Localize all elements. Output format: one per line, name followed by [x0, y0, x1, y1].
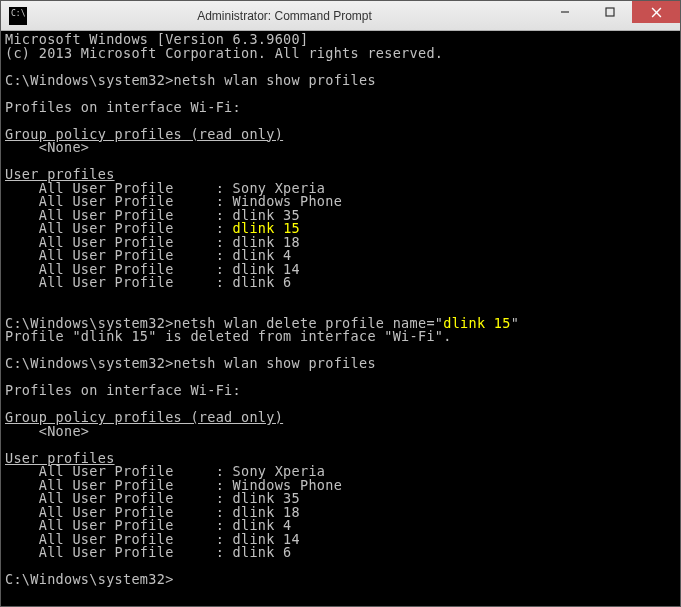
window-controls: [542, 1, 680, 30]
section-header: Group policy profiles (read only): [5, 128, 676, 142]
command-line: C:\Windows\system32>netsh wlan show prof…: [5, 74, 676, 88]
command-line: C:\Windows\system32>netsh wlan show prof…: [5, 357, 676, 371]
output-line: <None>: [5, 425, 676, 439]
section-header: Group policy profiles (read only): [5, 411, 676, 425]
window-title: Administrator: Command Prompt: [27, 9, 542, 23]
profile-line: All User Profile : dlink 6: [5, 276, 676, 290]
app-icon: [9, 7, 27, 25]
titlebar[interactable]: Administrator: Command Prompt: [1, 1, 680, 31]
profile-line: All User Profile : dlink 6: [5, 546, 676, 560]
minimize-button[interactable]: [542, 1, 587, 23]
close-button[interactable]: [632, 1, 680, 23]
output-line: Profile "dlink 15" is deleted from inter…: [5, 330, 676, 344]
svg-rect-1: [606, 8, 614, 16]
output-line: Profiles on interface Wi-Fi:: [5, 384, 676, 398]
command-prompt-window: Administrator: Command Prompt Microsoft …: [0, 0, 681, 607]
maximize-button[interactable]: [587, 1, 632, 23]
prompt-line: C:\Windows\system32>: [5, 573, 676, 587]
terminal-output[interactable]: Microsoft Windows [Version 6.3.9600](c) …: [1, 31, 680, 606]
output-line: <None>: [5, 141, 676, 155]
output-line: (c) 2013 Microsoft Corporation. All righ…: [5, 47, 676, 61]
blank-line: [5, 290, 676, 304]
output-line: Profiles on interface Wi-Fi:: [5, 101, 676, 115]
